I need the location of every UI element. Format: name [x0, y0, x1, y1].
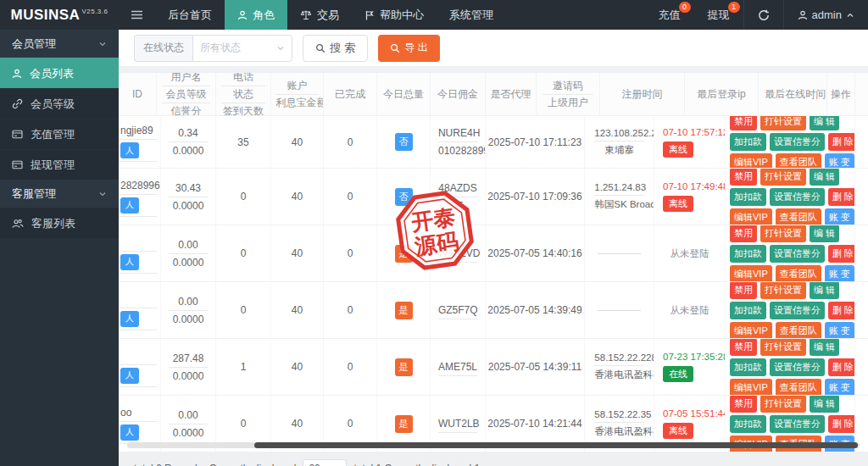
- signin-days: 0: [241, 418, 247, 430]
- view-team-button[interactable]: 查看团队: [776, 322, 821, 339]
- vip-level-image: 人: [120, 424, 139, 441]
- ban-button[interactable]: 禁用: [730, 116, 757, 130]
- edit-button[interactable]: 编 辑: [810, 396, 839, 413]
- set-credit-button[interactable]: 设置信誉分: [770, 358, 825, 376]
- add-deduction-button[interactable]: 加扣款: [730, 358, 766, 376]
- edit-button[interactable]: 编 辑: [810, 116, 839, 130]
- inject-settings-button[interactable]: 打针设置: [760, 282, 806, 299]
- sidebar-item-member-level[interactable]: 会员等级: [0, 88, 119, 119]
- ban-button[interactable]: 禁用: [730, 169, 757, 186]
- search-button[interactable]: 搜 索: [303, 35, 368, 62]
- agent-flag-badge: 是: [395, 358, 413, 376]
- export-button[interactable]: 导 出: [378, 35, 439, 62]
- online-status-badge: 离线: [663, 196, 693, 212]
- withdraw-button[interactable]: 提现 1: [694, 0, 743, 30]
- inject-settings-button[interactable]: 打针设置: [760, 225, 806, 242]
- credit-score: 0.00: [169, 293, 208, 311]
- edit-button[interactable]: 编 辑: [810, 339, 839, 356]
- table-header-cell: 操作: [827, 73, 855, 115]
- sidebar-item-recharge-management[interactable]: 充值管理: [0, 119, 119, 149]
- recharge-button[interactable]: 充值 0: [645, 0, 694, 30]
- table-header-cell: 最后登录ip: [685, 73, 759, 115]
- ban-button[interactable]: 禁用: [730, 339, 757, 356]
- horizontal-scrollbar[interactable]: [127, 442, 860, 448]
- delete-button[interactable]: 删 除: [828, 245, 855, 263]
- edit-vip-button[interactable]: 编辑VIP: [730, 153, 772, 168]
- vip-level-image: 人: [120, 197, 139, 214]
- credit-cell: 30.430.0000: [161, 169, 216, 225]
- edit-button[interactable]: 编 辑: [810, 282, 839, 299]
- sidebar-item-service-list[interactable]: 客服列表: [0, 208, 119, 238]
- ip-location: 香港电讯盈科有限: [594, 366, 643, 384]
- delete-button[interactable]: 删 除: [828, 358, 855, 376]
- sidebar-item-label: 会员等级: [31, 97, 75, 112]
- view-team-button[interactable]: 查看团队: [776, 379, 821, 396]
- sidebar-item-service-management[interactable]: 客服管理: [0, 180, 119, 208]
- add-deduction-button[interactable]: 加扣款: [730, 415, 766, 433]
- balance-change-button[interactable]: 账 变: [825, 208, 854, 225]
- nav-item-label: 交易: [317, 8, 339, 23]
- view-team-button[interactable]: 查看团队: [776, 153, 821, 168]
- inject-settings-button[interactable]: 打针设置: [760, 169, 806, 186]
- nav-item-dashboard[interactable]: 后台首页: [155, 0, 225, 30]
- view-team-button[interactable]: 查看团队: [776, 208, 821, 225]
- nav-item-system[interactable]: 系统管理: [437, 0, 506, 30]
- ban-button[interactable]: 禁用: [730, 225, 757, 242]
- action-button-row: 编辑VIP查看团队账 变: [730, 265, 854, 282]
- page-size-select[interactable]: 20: [303, 459, 347, 466]
- edit-vip-button[interactable]: 编辑VIP: [730, 265, 772, 282]
- add-deduction-button[interactable]: 加扣款: [730, 302, 766, 319]
- balance-change-button[interactable]: 账 变: [825, 265, 854, 282]
- completed-count: 0: [348, 247, 353, 259]
- header-label: 最后在线时间: [765, 86, 821, 103]
- vip-level-image: 人: [120, 254, 139, 270]
- set-credit-button[interactable]: 设置信誉分: [770, 302, 825, 319]
- sidebar-item-withdraw-management[interactable]: 提现管理: [0, 149, 119, 180]
- delete-button[interactable]: 删 除: [828, 133, 855, 151]
- table-row: 人287.480.00001400是AME75L2025-07-05 14:39…: [119, 339, 868, 396]
- balance-change-button[interactable]: 账 变: [825, 153, 854, 168]
- admin-menu[interactable]: admin: [783, 0, 868, 30]
- sidebar-item-member-management[interactable]: 会员管理: [0, 30, 119, 58]
- add-deduction-button[interactable]: 加扣款: [730, 133, 766, 151]
- inject-settings-button[interactable]: 打针设置: [760, 116, 806, 130]
- vip-level-slot: 人: [119, 140, 157, 162]
- edit-button[interactable]: 编 辑: [810, 169, 839, 186]
- agent-flag-badge: 否: [395, 133, 413, 151]
- inject-settings-button[interactable]: 打针设置: [760, 396, 806, 413]
- set-credit-button[interactable]: 设置信誉分: [770, 245, 825, 263]
- ban-button[interactable]: 禁用: [730, 396, 757, 413]
- ban-button[interactable]: 禁用: [730, 282, 757, 299]
- delete-button[interactable]: 删 除: [828, 415, 855, 433]
- set-credit-button[interactable]: 设置信誉分: [770, 133, 825, 151]
- balance-change-button[interactable]: 账 变: [825, 322, 854, 339]
- refresh-button[interactable]: [743, 0, 783, 30]
- sidebar-item-member-list[interactable]: 会员列表: [0, 58, 119, 88]
- edit-vip-button[interactable]: 编辑VIP: [730, 379, 772, 396]
- header-label: 已完成: [329, 86, 372, 103]
- edit-vip-button[interactable]: 编辑VIP: [730, 322, 772, 339]
- inject-settings-button[interactable]: 打针设置: [760, 339, 806, 356]
- nav-item-trade[interactable]: 交易: [287, 0, 352, 30]
- balance-change-button[interactable]: 账 变: [825, 379, 854, 396]
- scrollbar-thumb[interactable]: [254, 442, 858, 448]
- delete-button[interactable]: 删 除: [828, 302, 855, 319]
- sidebar-toggle-icon[interactable]: [119, 9, 155, 20]
- edit-button[interactable]: 编 辑: [810, 225, 839, 242]
- add-deduction-button[interactable]: 加扣款: [730, 245, 766, 263]
- nav-item-role[interactable]: 角色: [225, 0, 287, 30]
- view-team-button[interactable]: 查看团队: [776, 265, 821, 282]
- add-deduction-button[interactable]: 加扣款: [730, 188, 766, 206]
- set-credit-button[interactable]: 设置信誉分: [770, 415, 825, 433]
- sidebar-item-label: 会员列表: [30, 66, 74, 81]
- nav-item-help[interactable]: 帮助中心: [352, 0, 437, 30]
- users-icon: [12, 219, 24, 229]
- register-time: 2025-07-05 14:39:11: [488, 361, 582, 373]
- edit-vip-button[interactable]: 编辑VIP: [730, 208, 772, 225]
- set-credit-button[interactable]: 设置信誉分: [770, 188, 825, 206]
- status-filter-select[interactable]: 所有状态: [192, 35, 292, 62]
- account-balance: 40: [292, 136, 303, 148]
- last-login-ip: 58.152.22.35: [594, 407, 643, 423]
- delete-button[interactable]: 删 除: [828, 188, 855, 206]
- account-balance-cell: 40: [271, 339, 324, 395]
